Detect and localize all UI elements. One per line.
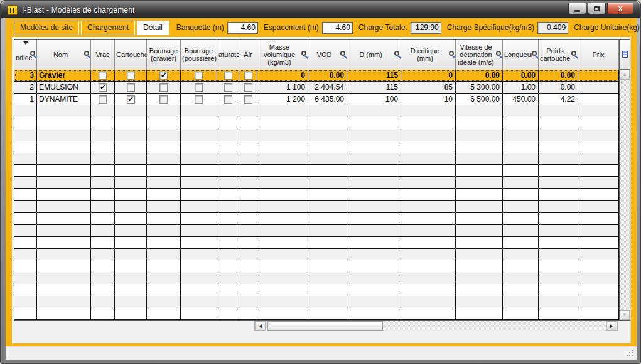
cell-d_critique[interactable] xyxy=(401,189,456,200)
column-header-vod[interactable]: VOD xyxy=(308,40,347,70)
cell-vod[interactable] xyxy=(308,189,347,200)
cell-indice[interactable] xyxy=(14,201,37,212)
cell-bourrage_gravier[interactable] xyxy=(147,272,181,284)
cell-bourrage_poussiere[interactable] xyxy=(181,213,217,224)
cell-d_critique[interactable] xyxy=(401,296,456,308)
cell-saturate[interactable] xyxy=(217,153,239,164)
cell-vod[interactable] xyxy=(308,225,347,236)
cell-vod[interactable]: 2 404.54 xyxy=(308,82,347,93)
search-icon[interactable] xyxy=(496,51,501,56)
cell-indice[interactable] xyxy=(14,129,37,141)
cell-masse_volumique[interactable]: 1 200 xyxy=(257,94,308,105)
cell-saturate[interactable] xyxy=(217,141,239,153)
cell-d_mm[interactable] xyxy=(347,225,401,236)
cell-vitesse_ideale[interactable] xyxy=(456,272,503,284)
cell-poids_cartouche[interactable]: 0.00 xyxy=(539,70,578,81)
cell-d_mm[interactable] xyxy=(347,201,401,212)
cell-poids_cartouche[interactable]: 4.22 xyxy=(539,94,578,105)
cell-bourrage_poussiere[interactable] xyxy=(181,237,217,248)
cell-masse_volumique[interactable] xyxy=(257,225,308,236)
cell-indice[interactable] xyxy=(14,153,37,164)
cell-d_mm[interactable] xyxy=(347,141,401,153)
cell-d_mm[interactable] xyxy=(347,177,401,188)
cell-bourrage_poussiere[interactable] xyxy=(181,165,217,176)
cell-d_critique[interactable] xyxy=(401,237,456,248)
cell-prix[interactable] xyxy=(578,129,619,141)
cell-cartouche[interactable] xyxy=(115,70,147,81)
cell-cartouche[interactable] xyxy=(115,105,147,117)
cell-nom[interactable] xyxy=(37,237,91,248)
checkbox-saturate-unchecked[interactable] xyxy=(224,72,232,80)
cell-prix[interactable] xyxy=(578,82,619,93)
cell-vitesse_ideale[interactable] xyxy=(456,237,503,248)
cell-bourrage_gravier[interactable] xyxy=(147,105,181,117)
cell-bourrage_gravier[interactable] xyxy=(147,82,181,93)
table-row-gravier[interactable]: 3Gravier✔00.0011500.000.000.00 xyxy=(14,70,619,82)
cell-saturate[interactable] xyxy=(217,70,239,81)
cell-vitesse_ideale[interactable] xyxy=(456,141,503,153)
cell-masse_volumique[interactable] xyxy=(257,105,308,117)
cell-vitesse_ideale[interactable] xyxy=(456,129,503,141)
cell-air[interactable] xyxy=(239,189,257,200)
cell-indice[interactable]: 3 xyxy=(14,70,37,81)
cell-vitesse_ideale[interactable] xyxy=(456,284,503,296)
cell-prix[interactable] xyxy=(578,225,619,236)
table-row-empty[interactable] xyxy=(14,213,619,225)
cell-d_critique[interactable] xyxy=(401,117,456,129)
field-input-espacement-m[interactable] xyxy=(322,22,353,34)
cell-cartouche[interactable] xyxy=(115,308,147,319)
cell-indice[interactable] xyxy=(14,284,37,296)
cell-vod[interactable] xyxy=(308,117,347,129)
column-header-vitesse_ideale[interactable]: Vitesse de détonation idéale (m/s) xyxy=(456,40,503,70)
table-row-empty[interactable] xyxy=(14,284,619,296)
cell-indice[interactable] xyxy=(14,189,37,200)
cell-masse_volumique[interactable]: 0 xyxy=(257,70,308,81)
cell-bourrage_gravier[interactable] xyxy=(147,237,181,248)
cell-masse_volumique[interactable] xyxy=(257,201,308,212)
cell-air[interactable] xyxy=(239,237,257,248)
cell-nom[interactable]: Gravier xyxy=(37,70,91,81)
cell-bourrage_gravier[interactable] xyxy=(147,153,181,164)
cell-masse_volumique[interactable] xyxy=(257,165,308,176)
cell-saturate[interactable] xyxy=(217,237,239,248)
checkbox-air-unchecked[interactable] xyxy=(244,72,252,80)
table-row-empty[interactable] xyxy=(14,272,619,284)
cell-saturate[interactable] xyxy=(217,284,239,296)
cell-poids_cartouche[interactable] xyxy=(539,165,578,176)
cell-d_mm[interactable] xyxy=(347,284,401,296)
table-row-empty[interactable] xyxy=(14,237,619,249)
cell-bourrage_gravier[interactable] xyxy=(147,284,181,296)
cell-nom[interactable] xyxy=(37,308,91,319)
cell-d_critique[interactable] xyxy=(401,165,456,176)
cell-indice[interactable]: 1 xyxy=(14,94,37,105)
search-icon[interactable] xyxy=(84,51,89,56)
cell-vrac[interactable] xyxy=(91,141,115,153)
checkbox-bourrage_poussiere-unchecked[interactable] xyxy=(195,72,203,80)
cell-saturate[interactable] xyxy=(217,105,239,117)
cell-cartouche[interactable] xyxy=(115,237,147,248)
cell-d_critique[interactable] xyxy=(401,260,456,272)
cell-vod[interactable] xyxy=(308,153,347,164)
cell-vrac[interactable] xyxy=(91,70,115,81)
checkbox-bourrage_poussiere-unchecked[interactable] xyxy=(195,83,203,92)
scroll-down-button[interactable]: ▼ xyxy=(620,310,630,320)
cell-prix[interactable] xyxy=(578,117,619,129)
cell-vod[interactable]: 6 435.00 xyxy=(308,94,347,105)
cell-masse_volumique[interactable] xyxy=(257,308,308,319)
cell-saturate[interactable] xyxy=(217,129,239,141)
cell-vitesse_ideale[interactable]: 0.00 xyxy=(456,70,503,81)
cell-d_critique[interactable] xyxy=(401,308,456,319)
field-input-charge-sp-cifique-kg-m3[interactable] xyxy=(537,22,568,34)
cell-air[interactable] xyxy=(239,165,257,176)
horizontal-scroll-thumb[interactable] xyxy=(267,321,383,331)
cell-poids_cartouche[interactable] xyxy=(539,141,578,153)
cell-vrac[interactable] xyxy=(91,225,115,236)
field-input-charge-totale[interactable] xyxy=(411,22,441,34)
cell-vrac[interactable] xyxy=(91,105,115,117)
cell-poids_cartouche[interactable]: 0.00 xyxy=(539,82,578,93)
cell-vrac[interactable] xyxy=(91,296,115,308)
cell-air[interactable] xyxy=(239,272,257,284)
cell-air[interactable] xyxy=(239,260,257,272)
column-header-masse_volumique[interactable]: Masse volumique (kg/m3) xyxy=(257,40,308,70)
cell-prix[interactable] xyxy=(578,296,619,308)
